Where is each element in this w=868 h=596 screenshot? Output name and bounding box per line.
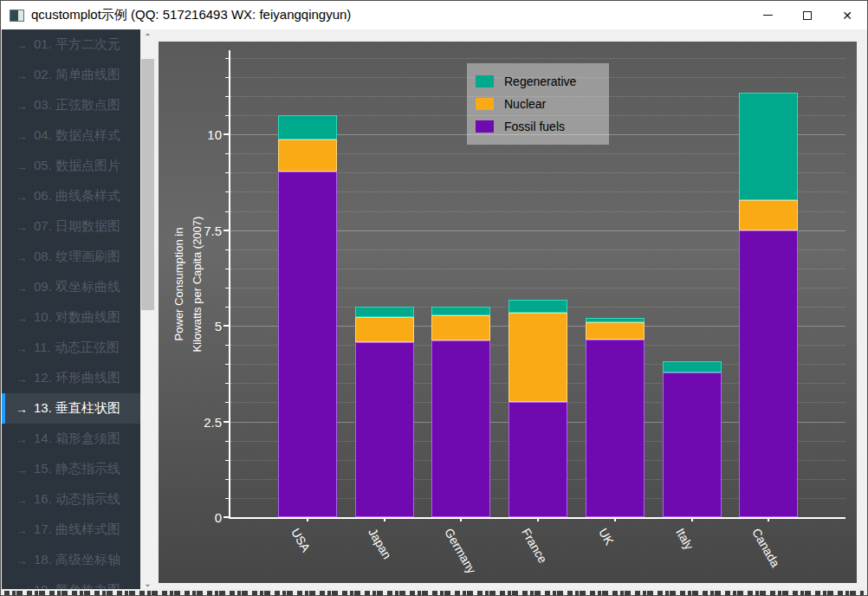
- window-title: qcustomplot示例 (QQ: 517216493 WX: feiyang…: [31, 7, 351, 23]
- sidebar-item-17[interactable]: →17. 曲线样式图: [2, 515, 140, 545]
- y-tick: [223, 516, 229, 518]
- y-subtick: [225, 211, 229, 212]
- arrow-right-icon: →: [16, 463, 28, 476]
- y-subtick: [225, 364, 229, 365]
- sidebar-item-label: 05. 数据点图片: [34, 158, 120, 174]
- sidebar-item-13[interactable]: →13. 垂直柱状图: [2, 393, 140, 424]
- arrow-right-icon: →: [16, 159, 28, 173]
- sidebar-menu: →01. 平方二次元→02. 简单曲线图→03. 正弦散点图→04. 数据点样式…: [2, 29, 140, 591]
- bar-segment-nuclear-uk: [586, 322, 645, 340]
- sidebar-item-2[interactable]: →02. 简单曲线图: [2, 60, 140, 90]
- sidebar-item-9[interactable]: →09. 双坐标曲线: [2, 272, 140, 302]
- x-tick-label: Italy: [673, 526, 696, 552]
- sidebar-item-15[interactable]: →15. 静态指示线: [2, 454, 140, 484]
- sidebar-item-label: 13. 垂直柱状图: [34, 400, 120, 417]
- sidebar-item-5[interactable]: →05. 数据点图片: [2, 151, 140, 181]
- arrow-right-icon: →: [16, 493, 28, 507]
- y-tick: [223, 325, 229, 327]
- maximize-icon: [803, 11, 812, 20]
- maximize-button[interactable]: [787, 1, 827, 29]
- arrow-right-icon: →: [16, 129, 28, 143]
- x-tick-label: Germany: [442, 526, 479, 576]
- scroll-up-icon[interactable]: ⌃: [140, 29, 155, 44]
- sidebar-item-label: 06. 曲线条样式: [34, 188, 120, 204]
- sidebar-item-label: 02. 简单曲线图: [34, 67, 120, 83]
- bar-segment-nuclear-canada: [739, 200, 798, 230]
- sidebar-item-label: 01. 平方二次元: [34, 36, 120, 53]
- y-subtick: [225, 96, 229, 97]
- arrow-right-icon: →: [16, 523, 28, 537]
- sidebar-item-16[interactable]: →16. 动态指示线: [2, 484, 140, 515]
- arrow-right-icon: →: [16, 432, 28, 446]
- x-tick: [614, 517, 616, 522]
- bar-segment-fossil-fuels-uk: [586, 340, 645, 517]
- x-tick-label: Japan: [366, 526, 394, 561]
- sidebar-item-label: 14. 箱形盒须图: [34, 431, 120, 447]
- arrow-right-icon: →: [16, 250, 28, 264]
- sidebar-item-1[interactable]: →01. 平方二次元: [2, 29, 140, 60]
- sidebar-item-label: 16. 动态指示线: [34, 491, 120, 508]
- arrow-right-icon: →: [16, 372, 28, 385]
- bar-segment-nuclear-usa: [278, 139, 337, 172]
- sidebar-item-4[interactable]: →04. 数据点样式: [2, 120, 140, 151]
- x-tick-label: Canada: [749, 526, 782, 569]
- sidebar-item-12[interactable]: →12. 环形曲线图: [2, 363, 140, 393]
- sidebar-item-label: 17. 曲线样式图: [34, 522, 120, 538]
- y-subtick: [225, 402, 229, 403]
- y-subtick: [225, 249, 229, 250]
- app-window: qcustomplot示例 (QQ: 517216493 WX: feiyang…: [0, 0, 868, 596]
- y-subtick: [225, 498, 229, 499]
- y-subtick: [225, 288, 229, 288]
- sidebar-item-10[interactable]: →10. 对数曲线图: [2, 302, 140, 333]
- bar-segment-fossil-fuels-germany: [431, 340, 490, 517]
- bar-chart-canvas[interactable]: 02.557.510Power Consumption in Kilowatts…: [159, 42, 857, 583]
- close-button[interactable]: ✕: [827, 1, 867, 29]
- window-controls: ✕: [748, 1, 867, 29]
- arrow-right-icon: →: [16, 38, 28, 52]
- bar-segment-fossil-fuels-usa: [278, 172, 337, 517]
- x-tick-label: France: [519, 526, 550, 566]
- close-icon: ✕: [842, 10, 852, 22]
- legend-item: Fossil fuels: [476, 115, 600, 138]
- sidebar-item-8[interactable]: →08. 纹理画刷图: [2, 242, 140, 272]
- y-subtick: [225, 77, 229, 78]
- sidebar-item-label: 07. 日期数据图: [34, 218, 120, 235]
- titlebar[interactable]: qcustomplot示例 (QQ: 517216493 WX: feiyang…: [1, 1, 867, 29]
- sidebar: →01. 平方二次元→02. 简单曲线图→03. 正弦散点图→04. 数据点样式…: [2, 29, 155, 591]
- sidebar-scrollbar[interactable]: ⌃ ⌄: [140, 29, 155, 591]
- x-tick: [460, 517, 462, 522]
- y-subtick: [225, 441, 229, 442]
- y-subtick: [225, 460, 229, 461]
- sidebar-item-11[interactable]: →11. 动态正弦图: [2, 333, 140, 363]
- arrow-right-icon: →: [16, 281, 28, 295]
- sidebar-item-6[interactable]: →06. 曲线条样式: [2, 181, 140, 211]
- y-tick-label: 5: [215, 319, 222, 334]
- legend-label: Fossil fuels: [504, 120, 565, 133]
- sidebar-item-3[interactable]: →03. 正弦散点图: [2, 90, 140, 120]
- bar-segment-regenerative-uk: [586, 318, 645, 321]
- legend-label: Nuclear: [504, 97, 546, 111]
- scrollbar-thumb[interactable]: [141, 59, 154, 310]
- sidebar-item-18[interactable]: →18. 高级坐标轴: [2, 545, 140, 575]
- y-subtick: [225, 115, 229, 116]
- bar-segment-regenerative-canada: [739, 93, 798, 200]
- sidebar-item-14[interactable]: →14. 箱形盒须图: [2, 424, 140, 454]
- x-tick: [384, 517, 385, 522]
- x-tick-label: UK: [596, 526, 617, 547]
- x-tick: [768, 517, 769, 522]
- arrow-right-icon: →: [16, 99, 28, 113]
- arrow-right-icon: →: [16, 311, 28, 325]
- sidebar-item-7[interactable]: →07. 日期数据图: [2, 211, 140, 242]
- legend-label: Regenerative: [504, 74, 576, 88]
- y-tick: [223, 133, 229, 135]
- arrow-right-icon: →: [16, 190, 28, 204]
- y-subtick: [225, 345, 229, 346]
- sidebar-item-label: 09. 双坐标曲线: [34, 279, 120, 295]
- bar-segment-fossil-fuels-canada: [739, 230, 798, 517]
- bar-segment-nuclear-france: [508, 313, 567, 401]
- minimize-button[interactable]: [748, 1, 787, 29]
- y-subtick: [225, 479, 229, 480]
- legend-item: Nuclear: [476, 93, 600, 115]
- arrow-right-icon: →: [16, 68, 28, 82]
- bar-segment-regenerative-italy: [663, 361, 722, 372]
